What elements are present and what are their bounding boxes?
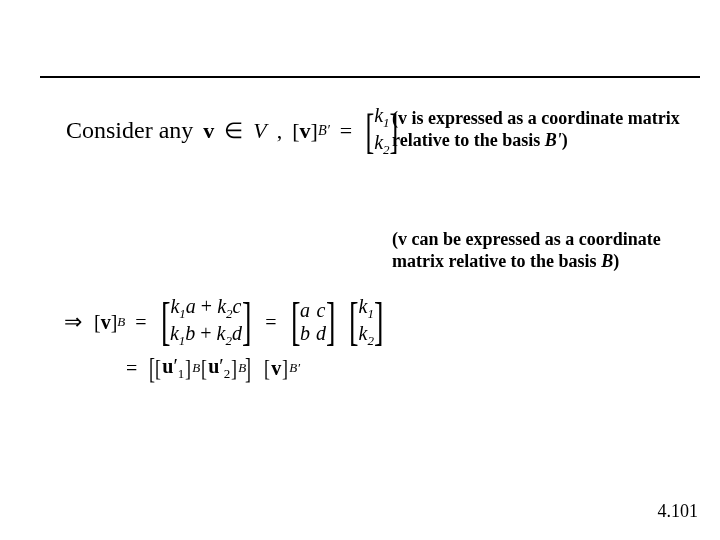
m2-a: a: [300, 299, 310, 322]
comma: ,: [277, 118, 283, 144]
bracket-v-Bprime: [v]B′: [292, 118, 330, 144]
note1-close: ): [562, 130, 568, 150]
rbr-vBp: ]: [282, 357, 288, 379]
set-V: V: [253, 118, 266, 144]
math-row1: v ∈ V , [v]B′ = [ k1 k2 ]: [203, 104, 401, 158]
m3-col: k1 k2: [359, 295, 374, 349]
matrix-ac-bd: [ a b c d ]: [287, 299, 340, 345]
in-symbol: ∈: [224, 118, 243, 144]
column-inner: k1 k2: [374, 104, 389, 158]
m2-c: c: [316, 299, 325, 322]
sub-Bprime-2: B′: [289, 360, 300, 376]
lbr-u2: [: [201, 357, 207, 379]
rbracket-m3: ]: [374, 299, 384, 345]
sub-Bprime: B′: [318, 122, 330, 139]
k-top: k: [374, 104, 383, 126]
m1r1-plus: +: [196, 295, 217, 317]
rbracket-outer: ]: [245, 357, 251, 379]
m2-b: b: [300, 322, 310, 345]
bracket-u1: [ u′1 ] B: [154, 355, 200, 382]
rbr-u2: ]: [231, 357, 237, 379]
vec-v: v: [203, 118, 214, 144]
slide: Consider any v ∈ V , [v]B′ = [ k1 k2 ] (…: [0, 0, 720, 540]
eq-line-1: ⇒ [v]B = [ k1a + k2c k1b + k2d ] =: [64, 296, 387, 348]
matrix-expanded: [ k1a + k2c k1b + k2d ]: [157, 295, 256, 349]
equation-block: ⇒ [v]B = [ k1a + k2c k1b + k2d ] =: [64, 296, 387, 388]
m2-d: d: [316, 322, 326, 345]
m1r1-a: a: [186, 295, 196, 317]
rbracket-m1: ]: [242, 299, 252, 345]
outer-bracket: [ [ u′1 ] B [ u′2 ] B ]: [147, 355, 253, 382]
lbr-u1: [: [155, 357, 161, 379]
equals-2: =: [265, 311, 276, 334]
horizontal-rule: [40, 76, 700, 78]
rbr: ]: [111, 311, 118, 334]
u1-sub: 1: [178, 366, 185, 381]
sub-B: B: [117, 314, 125, 330]
k-bot: k: [374, 131, 383, 153]
eq-line-2: = [ [ u′1 ] B [ u′2 ] B ]: [122, 348, 387, 388]
row-consider: Consider any v ∈ V , [v]B′ = [ k1 k2 ]: [66, 104, 402, 158]
lbr-vBp: [: [264, 357, 270, 379]
note2-B: B: [601, 251, 613, 271]
bracket-u2: [ u′2 ] B: [200, 355, 246, 382]
vec-v4: v: [271, 357, 281, 380]
u1: u: [162, 355, 173, 377]
u2-sub: 2: [224, 366, 231, 381]
bracket-v-Bprime-2: [ v ] B′: [263, 357, 300, 380]
vec-v2: v: [300, 118, 311, 144]
note1-text: is expressed as a coordinate matrix rela…: [392, 108, 680, 150]
m1r1-k2: k: [217, 295, 226, 317]
lbracket-m2: [: [290, 299, 300, 345]
rbracket: ]: [311, 118, 318, 144]
page-number: 4.101: [658, 501, 699, 522]
lbr: [: [94, 311, 101, 334]
u1-B: B: [192, 360, 200, 376]
equals-3: =: [126, 357, 137, 380]
lbracket-m1: [: [160, 299, 170, 345]
equals: =: [340, 118, 352, 144]
lbracket: [: [292, 118, 299, 144]
m2-col2: c d: [316, 299, 326, 345]
m1r2-k1: k: [170, 322, 179, 344]
note-2: (v can be expressed as a coordinate matr…: [392, 229, 692, 272]
lbracket-m3: [: [349, 299, 359, 345]
m1-col: k1a + k2c k1b + k2d: [170, 295, 242, 349]
implies-symbol: ⇒: [64, 309, 82, 335]
m1r2-plus: +: [195, 322, 216, 344]
m1r2-d: d: [232, 322, 242, 344]
bracket-v-B: [v]B: [94, 311, 125, 334]
note2-v: v: [398, 229, 407, 249]
m2-col1: a b: [300, 299, 310, 345]
note1-Bprime: B': [545, 130, 562, 150]
vec-v3: v: [101, 311, 111, 334]
rbracket-m2: ]: [326, 299, 336, 345]
note2-close: ): [613, 251, 619, 271]
rbr-u1: ]: [185, 357, 191, 379]
text-consider: Consider any: [66, 117, 193, 144]
note1-v: v: [398, 108, 407, 128]
m1r1-c: c: [233, 295, 242, 317]
m1r1-k1: k: [170, 295, 179, 317]
note-1: (v is expressed as a coordinate matrix r…: [392, 108, 692, 151]
matrix-k-col: [ k1 k2 ]: [345, 295, 387, 349]
equals-1: =: [135, 311, 146, 334]
u2: u: [208, 355, 219, 377]
lbracket-big: [: [366, 109, 375, 153]
note2-text: can be expressed as a coordinate matrix …: [392, 229, 661, 271]
m1r2-b: b: [185, 322, 195, 344]
